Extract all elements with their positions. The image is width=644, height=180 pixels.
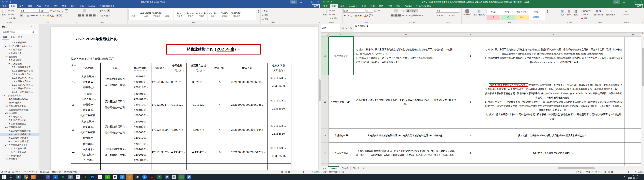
nav-item[interactable]: ◢4. 企业生产能力及检验检… — [0, 44, 38, 48]
paste-button[interactable]: 📋 粘贴▾ — [1, 9, 7, 18]
nvidia-app-icon[interactable]: ◉ — [82, 174, 89, 180]
autosum-button[interactable]: Σ自动求和▾ — [581, 9, 592, 12]
font-dialog-launcher[interactable] — [75, 22, 76, 23]
nav-item[interactable]: 5.2.1. 供应商评价表 — [0, 66, 38, 69]
nav-item[interactable]: ◢6. 产品销售业绩 — [0, 126, 38, 129]
nav-item[interactable]: ◢7. 产品质量及售后服务 — [0, 143, 38, 147]
enclose-characters-icon[interactable]: 字 — [59, 14, 62, 17]
cell-G[interactable] — [624, 164, 642, 166]
voice-assistant-app-icon[interactable]: i — [118, 174, 126, 180]
tab-插入[interactable]: 插入 — [338, 4, 347, 8]
save-icon[interactable]: ⎙ — [2, 1, 4, 3]
distribute-icon[interactable] — [93, 14, 96, 17]
word-share-button[interactable]: 共享 — [312, 4, 320, 8]
tab-视图[interactable]: 视图 — [69, 4, 77, 8]
photoshop-app-icon[interactable]: Ps — [89, 174, 96, 180]
format-as-table-button[interactable]: ▦ 套用表格格式▾ — [472, 9, 486, 18]
word-page[interactable]: ▪6.2.2025年业绩统计表↵ 销售业绩统计表（2025年度）↵ 投标人名称：… — [51, 27, 318, 170]
word-tell-me-search[interactable]: 操作说明搜索 — [98, 4, 116, 8]
paste-button[interactable]: 📋 粘贴▾ — [322, 9, 328, 18]
start-button[interactable] — [0, 174, 8, 180]
column-header-G[interactable]: G — [624, 33, 642, 37]
sort-icon[interactable]: A↓ — [104, 9, 107, 12]
tab-公式[interactable]: 公式 — [360, 4, 368, 8]
cell-invoice-code[interactable]: /↵ — [212, 91, 228, 119]
cell-invoice-amount[interactable]: 4.911129↵ — [186, 91, 212, 119]
language-indicator[interactable]: 英语(美国) — [40, 171, 49, 173]
style-标题 6[interactable]: 1. 1. 1. 1. 1. 1标题 6 — [208, 9, 219, 20]
clipboard-dialog-launcher[interactable] — [341, 22, 342, 23]
cell-tax-id[interactable]: 9121112112↵26358560↵ — [267, 141, 291, 164]
excel-share-button[interactable]: 共享 — [635, 4, 643, 8]
cell-style-超链接[interactable]: 超链接 — [529, 15, 543, 20]
expand-icon[interactable]: ▷ — [7, 115, 9, 119]
undo-icon[interactable]: ↶ — [6, 1, 8, 3]
copy-button[interactable]: ⧉复制▾ — [329, 13, 338, 16]
cell-material-codes[interactable]: 42050101↵42020101↵42021901↵42040201↵4203… — [131, 91, 152, 119]
excel-app-icon[interactable]: X — [156, 174, 163, 180]
cell-buyer[interactable]: 辽河石油勘探局有↵限公司物资分公司↵ — [100, 164, 131, 170]
increase-indent-icon[interactable]: ⇥ — [96, 9, 99, 12]
cell-F10[interactable]: 1、中华人民共和国工业与信息化部评定为绿色制造企业需提供网站查询截图，需在招标公… — [483, 37, 624, 75]
nav-item[interactable]: ▷6.3. 2024年合同发票 — [0, 136, 38, 140]
column-header-C[interactable]: C — [329, 33, 354, 37]
style-标题 5[interactable]: 1. 1. 1. 1. 1标题 5 — [196, 9, 208, 20]
cancel-entry-icon[interactable]: ✕ — [342, 27, 344, 29]
nav-item[interactable]: ▷5.1. 管理体系 — [0, 115, 38, 119]
screenshot-app-icon[interactable]: ✂ — [30, 174, 37, 180]
row-header-10[interactable]: 10 — [321, 37, 329, 75]
bold-icon[interactable]: B — [344, 14, 346, 17]
cell-contract-amount[interactable]: 4.139475↵ — [170, 141, 186, 164]
tab-数据[interactable]: 数据 — [368, 4, 377, 8]
phonetic-icon[interactable]: wén文 — [368, 14, 372, 17]
cell-style-常规[interactable]: 常规 — [529, 9, 543, 14]
tab-布局[interactable]: 布局 — [34, 4, 43, 8]
cell-E11[interactable]: 4 — [458, 75, 483, 129]
zoom-in-icon[interactable]: + — [635, 171, 636, 173]
replace-button[interactable]: ⇄替换 — [262, 14, 285, 16]
alignment-dialog-launcher[interactable] — [433, 22, 434, 23]
bold-icon[interactable]: B — [20, 14, 22, 17]
style-副标题[interactable]: AaBbC副标题 — [219, 9, 230, 20]
nav-item[interactable]: 5.2.5. 圆钢入厂检验… — [0, 80, 38, 83]
cell-invoice-code[interactable]: /↵ — [212, 141, 228, 164]
cell-F13[interactable]: 投标文件（该条款将作为合同条款内容） — [483, 143, 624, 164]
reader-app-icon[interactable]: ▤ — [170, 174, 178, 180]
nav-item[interactable]: 5.1. 检测报告 — [0, 58, 38, 62]
confirm-entry-icon[interactable]: ✓ — [346, 27, 348, 29]
align-top-icon[interactable] — [391, 9, 394, 12]
app-icon-diamond[interactable]: ◆ — [96, 174, 104, 180]
minimize-button[interactable]: – — [627, 0, 632, 4]
expand-icon[interactable]: ▷ — [7, 147, 9, 150]
style-中文正文[interactable]: AaBbCcD中文正文 — [151, 9, 162, 20]
zoom-out-icon[interactable]: – — [616, 171, 617, 173]
clipboard-dialog-launcher[interactable] — [17, 22, 18, 23]
line-spacing-icon[interactable]: ⇕ — [96, 14, 99, 17]
cell-tax-id[interactable]: 9121112112↵26358560↵ — [267, 91, 291, 119]
cell-contract-no[interactable]: 4705284109↵ — [152, 119, 170, 141]
wps-app-icon[interactable]: ✓ — [178, 174, 185, 180]
phone-app-icon[interactable]: ☏ — [67, 174, 74, 180]
multilevel-list-icon[interactable] — [88, 9, 91, 12]
excel-horizontal-scrollbar[interactable] — [522, 167, 640, 170]
cell-buyer[interactable]: 辽河石油勘探局有↵限公司物资分公司↵ — [100, 91, 131, 119]
show-marks-icon[interactable]: ¶ — [107, 9, 110, 12]
select-button[interactable]: ▭选择▾ — [262, 18, 285, 20]
nav-item[interactable]: 5.3. 绿色制造企业 — [0, 122, 38, 126]
cell-material-codes[interactable]: 42020101↵42040201↵42030301↵42021901↵ — [131, 119, 152, 141]
italic-icon[interactable]: I — [347, 14, 350, 17]
cell-invoice-code[interactable]: /↵ — [212, 73, 228, 91]
page-break-view-icon[interactable]: ▦ — [611, 171, 613, 173]
cell-contract-no[interactable]: 4705294474↵ — [152, 164, 170, 170]
accessibility-indicator[interactable]: 辅助功能: 调查 — [64, 171, 77, 173]
cell-style-好[interactable]: 好 — [501, 15, 515, 20]
font-color-icon[interactable]: A — [51, 14, 54, 17]
track-changes-indicator[interactable]: 修订: 关闭 — [52, 171, 61, 173]
phonetic-guide-icon[interactable]: wén文 — [61, 9, 65, 12]
comma-style-icon[interactable]: , — [444, 14, 446, 17]
excel-signin-button[interactable]: 登录 — [613, 0, 620, 4]
cell-products[interactable]: 平垫圈↵六角头螺栓↵高强螺栓↵六角螺母↵成套双头螺柱↵ — [77, 91, 100, 119]
restore-button[interactable]: ❐ — [632, 0, 638, 4]
ns-app-icon[interactable]: NS — [134, 174, 141, 180]
cell-products[interactable]: 六角头螺栓↵六角螺母↵高强螺栓↵ — [77, 73, 100, 91]
